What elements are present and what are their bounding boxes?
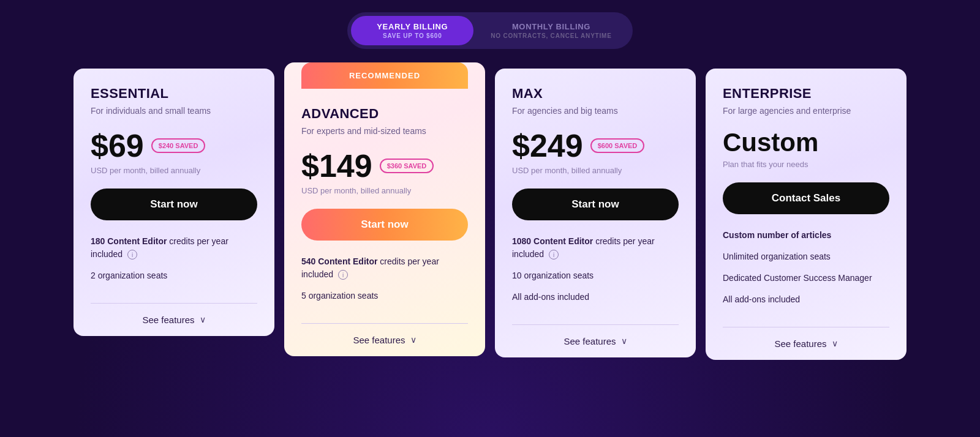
chevron-down-icon: ∨	[410, 335, 417, 345]
see-features-enterprise-label: See features	[774, 338, 826, 349]
see-features-enterprise[interactable]: See features ∨	[723, 327, 889, 360]
billing-monthly-label: MONTHLY BILLING	[491, 22, 611, 31]
plan-card-essential: ESSENTIAL For individuals and small team…	[74, 69, 274, 336]
plan-name-enterprise: ENTERPRISE	[723, 86, 889, 102]
savings-advanced: $360 SAVED	[380, 159, 434, 173]
plan-desc-essential: For individuals and small teams	[91, 105, 257, 118]
addons-enterprise: All add-ons included	[723, 293, 889, 306]
cta-enterprise[interactable]: Contact Sales	[723, 182, 889, 214]
cta-max[interactable]: Start now	[512, 189, 679, 220]
seats-enterprise: Unlimited organization seats	[723, 250, 889, 263]
credits-essential: 180 Content Editor credits per year incl…	[91, 235, 257, 261]
see-features-essential[interactable]: See features ∨	[91, 303, 257, 336]
features-advanced: 540 Content Editor credits per year incl…	[301, 255, 468, 323]
price-row-advanced: $149 $360 SAVED	[301, 150, 468, 182]
price-essential: $69	[91, 130, 144, 162]
plan-name-advanced: ADVANCED	[301, 106, 468, 122]
credits-max: 1080 Content Editor credits per year inc…	[512, 235, 679, 261]
price-row-enterprise: Custom	[723, 130, 889, 155]
billing-monthly-sublabel: NO CONTRACTS, CANCEL ANYTIME	[491, 32, 611, 39]
price-row-max: $249 $600 SAVED	[512, 130, 679, 162]
features-enterprise: Custom number of articles Unlimited orga…	[723, 229, 889, 327]
info-icon-advanced: i	[338, 270, 348, 280]
credits-advanced: 540 Content Editor credits per year incl…	[301, 255, 468, 281]
see-features-advanced[interactable]: See features ∨	[301, 323, 468, 356]
see-features-max-label: See features	[564, 336, 616, 346]
seats-advanced: 5 organization seats	[301, 289, 468, 302]
billing-yearly-sublabel: SAVE UP TO $600	[368, 32, 456, 39]
see-features-essential-label: See features	[142, 315, 194, 325]
plan-desc-max: For agencies and big teams	[512, 105, 679, 118]
info-icon-essential: i	[127, 250, 137, 260]
seats-max: 10 organization seats	[512, 269, 679, 282]
period-advanced: USD per month, billed annually	[301, 185, 468, 196]
seats-essential: 2 organization seats	[91, 269, 257, 282]
period-enterprise: Plan that fits your needs	[723, 159, 889, 170]
see-features-max[interactable]: See features ∨	[512, 324, 679, 357]
price-max: $249	[512, 130, 583, 162]
chevron-down-icon: ∨	[621, 336, 627, 346]
plan-card-advanced: RECOMMENDED ADVANCED For experts and mid…	[284, 62, 485, 356]
price-advanced: $149	[301, 150, 372, 182]
plan-desc-enterprise: For large agencies and enterprise	[723, 105, 889, 118]
billing-yearly[interactable]: YEARLY BILLING SAVE UP TO $600	[351, 16, 473, 45]
savings-max: $600 SAVED	[590, 138, 645, 153]
features-max: 1080 Content Editor credits per year inc…	[512, 235, 679, 324]
features-essential: 180 Content Editor credits per year incl…	[91, 235, 257, 303]
recommended-banner: RECOMMENDED	[301, 62, 468, 89]
price-row-essential: $69 $240 SAVED	[91, 130, 257, 162]
savings-essential: $240 SAVED	[151, 138, 206, 153]
plans-container: ESSENTIAL For individuals and small team…	[74, 69, 907, 360]
cta-essential[interactable]: Start now	[91, 189, 257, 220]
period-max: USD per month, billed annually	[512, 165, 679, 176]
articles-enterprise: Custom number of articles	[723, 229, 889, 242]
addons-max: All add-ons included	[512, 291, 679, 304]
chevron-down-icon: ∨	[832, 338, 838, 348]
chevron-down-icon: ∨	[200, 315, 206, 324]
period-essential: USD per month, billed annually	[91, 165, 257, 176]
info-icon-max: i	[549, 250, 559, 260]
cta-advanced[interactable]: Start now	[301, 209, 468, 241]
price-enterprise: Custom	[723, 130, 818, 155]
plan-name-max: MAX	[512, 86, 679, 102]
plan-name-essential: ESSENTIAL	[91, 86, 257, 102]
plan-desc-advanced: For experts and mid-sized teams	[301, 125, 468, 138]
manager-enterprise: Dedicated Customer Success Manager	[723, 272, 889, 285]
plan-card-max: MAX For agencies and big teams $249 $600…	[495, 69, 696, 357]
plan-card-enterprise: ENTERPRISE For large agencies and enterp…	[706, 69, 907, 360]
see-features-advanced-label: See features	[353, 335, 405, 345]
billing-toggle: YEARLY BILLING SAVE UP TO $600 MONTHLY B…	[347, 12, 632, 49]
billing-yearly-label: YEARLY BILLING	[368, 22, 456, 31]
billing-monthly[interactable]: MONTHLY BILLING NO CONTRACTS, CANCEL ANY…	[473, 16, 628, 45]
